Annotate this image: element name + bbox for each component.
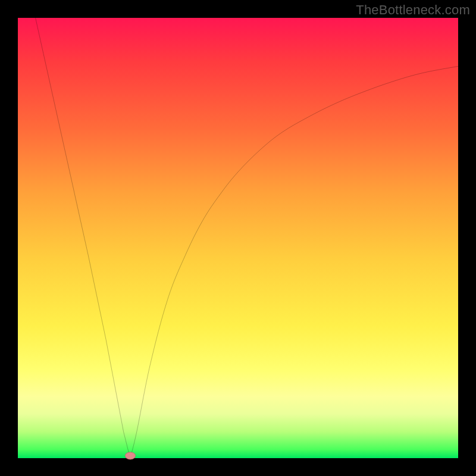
curve-svg: [18, 18, 458, 458]
chart-canvas: TheBottleneck.com: [0, 0, 476, 476]
minimum-marker: [125, 452, 136, 460]
plot-area: [18, 18, 458, 458]
watermark-label: TheBottleneck.com: [356, 2, 470, 18]
bottleneck-curve: [36, 18, 458, 458]
